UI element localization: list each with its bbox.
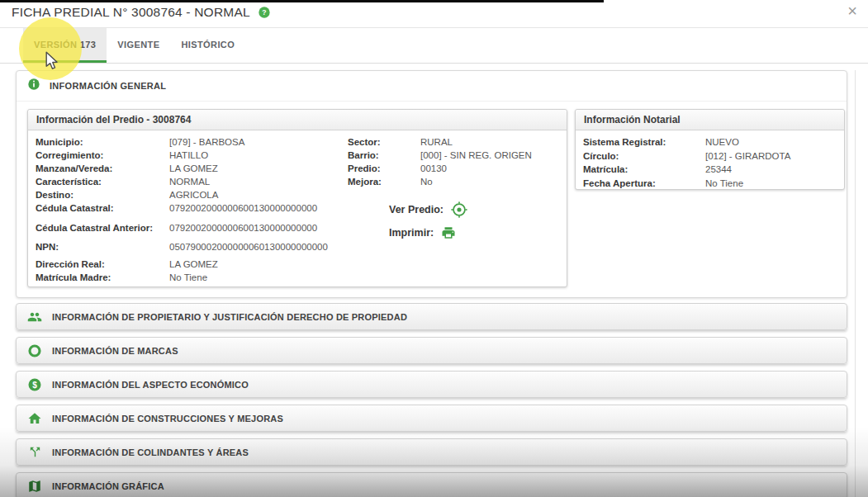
section-label: INFORMACIÓN DE PROPIETARIO Y JUSTIFICACI… (52, 312, 407, 322)
tab-label: HISTÓRICO (181, 40, 235, 50)
field-cedula-catastral-anterior: Cédula Catastral Anterior:07920020000006… (36, 221, 559, 234)
field-destino: Destino:AGRICOLA (36, 188, 559, 201)
split-icon (27, 445, 42, 459)
close-icon[interactable]: × (847, 2, 857, 20)
notarial-panel: Información Notarial Sistema Registral:N… (575, 109, 845, 190)
field-cedula-catastral: Cédula Catastral:07920020000006001300000… (36, 201, 559, 215)
printer-icon[interactable] (441, 225, 456, 240)
imprimir-label: Imprimir: (389, 227, 434, 239)
predio-panel-body: Municipio:[079] - BARBOSA Corregimiento:… (28, 130, 567, 289)
target-icon[interactable] (451, 201, 467, 218)
field-matricula-madre: Matrícula Madre:No Tiene (36, 271, 559, 284)
section-aspecto-economico[interactable]: $ INFORMACIÓN DEL ASPECTO ECONÓMICO (16, 371, 847, 398)
section-colindantes[interactable]: INFORMACIÓN DE COLINDANTES Y ÁREAS (16, 438, 847, 466)
tab-version-173[interactable]: VERSIÓN 173 (23, 28, 107, 63)
predio-actions: Ver Predio: Imprimir: (389, 201, 467, 248)
notarial-panel-title: Información Notarial (576, 110, 844, 130)
informacion-general-section: INFORMACIÓN GENERAL Información del Pred… (16, 70, 847, 298)
section-label: INFORMACIÓN DE COLINDANTES Y ÁREAS (52, 447, 249, 457)
screen-edge-artifact (0, 0, 604, 2)
content-right-divider (855, 70, 856, 497)
help-icon[interactable]: ? (258, 6, 271, 19)
predio-panel-title: Información del Predio - 3008764 (28, 110, 567, 130)
field-direccion-real: Dirección Real:LA GOMEZ (36, 258, 559, 271)
field-fecha-apertura: Fecha Apertura:No Tiene (583, 177, 837, 191)
section-construcciones[interactable]: INFORMACIÓN DE CONSTRUCCIONES Y MEJORAS (16, 405, 847, 432)
field-barrio: Barrio:[000] - SIN REG. ORIGEN (348, 149, 558, 162)
section-marcas[interactable]: INFORMACIÓN DE MARCAS (16, 337, 847, 364)
page-title: FICHA PREDIAL N° 3008764 - NORMAL (12, 5, 250, 20)
section-title: INFORMACIÓN GENERAL (50, 81, 166, 91)
predio-fields-right: Sector:RURAL Barrio:[000] - SIN REG. ORI… (348, 135, 558, 188)
predio-panel: Información del Predio - 3008764 Municip… (27, 109, 567, 287)
section-label: INFORMACIÓN DEL ASPECTO ECONÓMICO (52, 380, 249, 390)
tab-bar: VERSIÓN 173 VIGENTE HISTÓRICO (0, 28, 868, 64)
field-sistema-registral: Sistema Registral:NUEVO (583, 135, 837, 149)
field-matricula: Matrícula:25344 (583, 163, 837, 177)
home-icon (27, 411, 42, 426)
people-icon (27, 310, 42, 324)
tab-vigente[interactable]: VIGENTE (107, 28, 170, 63)
svg-text:?: ? (262, 8, 266, 17)
field-npn: NPN:050790002000000060130000000000 (36, 240, 559, 253)
informacion-general-header[interactable]: INFORMACIÓN GENERAL (17, 71, 847, 102)
ver-predio-label: Ver Predio: (389, 204, 443, 215)
section-label: INFORMACIÓN GRÁFICA (52, 481, 164, 491)
info-icon (27, 78, 40, 94)
tab-label: VERSIÓN 173 (34, 40, 96, 50)
window-header: FICHA PREDIAL N° 3008764 - NORMAL ? (12, 5, 271, 20)
field-sector: Sector:RURAL (348, 135, 558, 149)
dollar-icon: $ (27, 377, 42, 392)
field-mejora: Mejora:No (348, 175, 558, 188)
field-circulo: Círculo:[012] - GIRARDOTA (583, 149, 837, 163)
section-propietario[interactable]: INFORMACIÓN DE PROPIETARIO Y JUSTIFICACI… (16, 303, 847, 330)
ring-icon (27, 343, 42, 358)
tab-historico[interactable]: HISTÓRICO (170, 28, 245, 63)
field-predio: Predio:00130 (348, 162, 558, 175)
imprimir-action: Imprimir: (389, 225, 467, 240)
section-label: INFORMACIÓN DE CONSTRUCCIONES Y MEJORAS (52, 414, 283, 424)
section-list: INFORMACIÓN DE PROPIETARIO Y JUSTIFICACI… (16, 303, 847, 497)
section-grafica[interactable]: INFORMACIÓN GRÁFICA (16, 472, 847, 497)
section-label: INFORMACIÓN DE MARCAS (52, 346, 178, 356)
ver-predio-action: Ver Predio: (389, 201, 467, 218)
svg-text:$: $ (32, 380, 37, 389)
map-icon (27, 479, 42, 494)
tab-label: VIGENTE (117, 40, 159, 50)
notarial-panel-body: Sistema Registral:NUEVO Círculo:[012] - … (576, 130, 844, 195)
